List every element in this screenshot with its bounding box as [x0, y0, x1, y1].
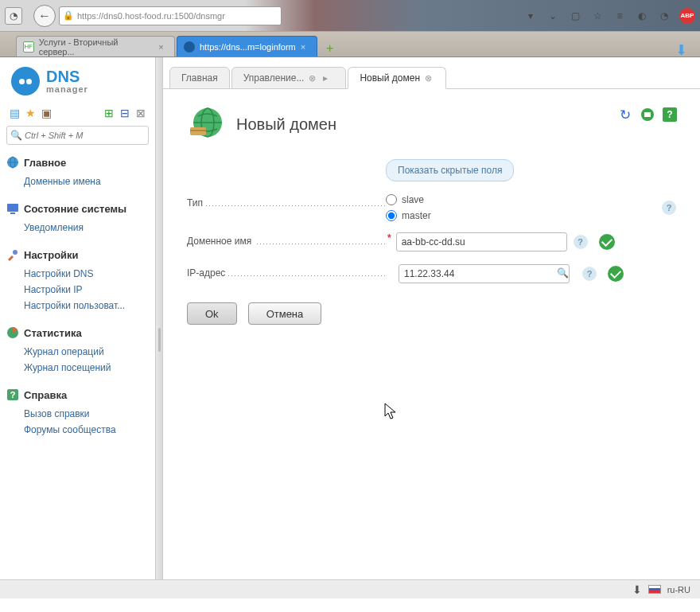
check-icon — [608, 266, 624, 282]
nav-item-callhelp[interactable]: Вызов справки — [6, 406, 149, 422]
app-menu-btn[interactable]: ◔ — [5, 7, 22, 25]
collapse-icon[interactable]: ⊟ — [119, 107, 131, 119]
chat-icon[interactable]: ◔ — [657, 9, 671, 23]
svg-point-6 — [13, 250, 18, 255]
cancel-button[interactable]: Отмена — [248, 302, 322, 325]
crumb-newdomain[interactable]: Новый домен ⊗ — [348, 67, 446, 89]
expand-icon[interactable]: ⊞ — [103, 107, 115, 119]
locale-label: ru-RU — [667, 585, 690, 594]
page-globe-icon — [187, 105, 225, 143]
logo-icon — [11, 67, 40, 96]
nav-system: Состояние системы Уведомления — [6, 202, 149, 236]
label-domain: Доменное имя — [187, 232, 386, 247]
check-icon — [599, 234, 615, 250]
tab-close-icon[interactable]: × — [301, 42, 310, 52]
help-icon[interactable]: ? — [662, 107, 678, 123]
sidebar-search[interactable]: 🔍 — [6, 126, 149, 145]
logo-text: DNS manager — [46, 68, 88, 94]
page-title-row: Новый домен — [187, 105, 676, 143]
refresh-icon[interactable]: ↻ — [617, 107, 633, 123]
nav-item-notifications[interactable]: Уведомления — [6, 220, 149, 236]
search-icon[interactable]: 🔍 — [557, 267, 570, 280]
menu-lines-icon[interactable]: ≡ — [612, 9, 627, 23]
row-type: Тип slave master ? — [187, 194, 676, 221]
nav-item-visitlog[interactable]: Журнал посещений — [6, 360, 149, 376]
help-icon[interactable]: ? — [662, 201, 676, 215]
help-icon[interactable]: ? — [574, 235, 588, 249]
svg-rect-4 — [7, 204, 18, 212]
nav-help: ? Справка Вызов справки Форумы сообществ… — [6, 388, 149, 438]
row-ip: IP-адрес 🔍 ? — [187, 264, 676, 285]
favicon-hostfood: HF — [23, 41, 34, 53]
nav-header-main[interactable]: Главное — [6, 156, 149, 169]
tab-close-icon[interactable]: × — [158, 42, 168, 52]
url-text: https://dns0.host-food.ru:1500/dnsmgr — [77, 11, 225, 21]
ip-input[interactable] — [399, 264, 570, 283]
radio-group-type: slave master — [386, 194, 431, 221]
new-tab-button[interactable]: + — [322, 41, 338, 57]
cursor-icon — [384, 403, 399, 420]
label-type: Тип — [187, 194, 386, 209]
domain-input[interactable] — [396, 232, 567, 251]
url-bar[interactable]: 🔒 https://dns0.host-food.ru:1500/dnsmgr — [59, 6, 282, 25]
search-icon: 🔍 — [10, 130, 22, 141]
sidebar-toolbar: ▤ ★ ▣ ⊞ ⊟ ⊠ — [6, 107, 149, 119]
close-all-icon[interactable]: ⊠ — [134, 107, 147, 119]
logo: DNS manager — [6, 67, 149, 96]
svg-rect-18 — [190, 130, 206, 131]
pocket-icon[interactable]: ⌄ — [546, 9, 560, 23]
close-icon[interactable]: ⊗ — [425, 73, 434, 83]
nav-header-settings[interactable]: Настройки — [6, 248, 149, 261]
bookmark-icon[interactable]: ☆ — [590, 9, 605, 23]
clipboard-icon[interactable]: ▣ — [40, 107, 52, 119]
nav-item-dns-settings[interactable]: Настройки DNS — [6, 266, 149, 282]
nav-main: Главное Доменные имена — [6, 156, 149, 189]
nav-header-stats[interactable]: Статистика — [6, 326, 149, 339]
globe-icon — [6, 156, 19, 169]
nav-header-system[interactable]: Состояние системы — [6, 202, 149, 215]
row-domain: Доменное имя * ? — [187, 232, 676, 253]
show-hidden-fields-button[interactable]: Показать скрытые поля — [386, 159, 514, 181]
flag-ru-icon — [648, 585, 661, 594]
help-icon[interactable]: ? — [582, 267, 597, 281]
adblock-icon[interactable]: ABP — [679, 8, 695, 24]
sidebar-resizer[interactable] — [155, 57, 163, 598]
compass-icon[interactable]: ◐ — [635, 9, 649, 23]
page-content: ↻ ? Новый домен Показать скрытые поля Ти… — [163, 89, 700, 341]
print-icon[interactable] — [640, 107, 655, 123]
nav-item-oplog[interactable]: Журнал операций — [6, 344, 149, 360]
nav-item-forums[interactable]: Форумы сообщества — [6, 422, 149, 438]
browser-tab-1[interactable]: https://dns...m=loginform × — [177, 36, 317, 57]
chevron-right-icon: ▸ — [323, 72, 334, 84]
breadcrumbs: Главная Управление... ⊗ ▸ Новый домен ⊗ — [163, 57, 700, 89]
tab-label: https://dns...m=loginform — [200, 42, 296, 52]
search-input[interactable] — [25, 131, 145, 140]
nav-item-domains[interactable]: Доменные имена — [6, 173, 149, 189]
svg-text:?: ? — [667, 109, 672, 120]
app-root: dns85398 ▾ DNS manager ▤ ★ ▣ ⊞ ⊟ — [0, 57, 700, 598]
ok-button[interactable]: Ok — [187, 302, 237, 325]
close-icon[interactable]: ⊗ — [309, 73, 318, 83]
tab-label: Услуги - Вторичный сервер... — [39, 37, 154, 57]
nav-header-help[interactable]: ? Справка — [6, 388, 149, 401]
page-title: Новый домен — [236, 115, 336, 134]
crumb-manage[interactable]: Управление... ⊗ ▸ — [231, 67, 347, 89]
form-buttons: Ok Отмена — [187, 302, 676, 325]
dropdown-icon[interactable]: ▾ — [523, 9, 538, 23]
crumb-home[interactable]: Главная — [169, 67, 230, 89]
favicon-dns — [184, 41, 195, 53]
shield-icon[interactable]: ▢ — [568, 9, 582, 23]
nav-item-ip-settings[interactable]: Настройки IP — [6, 282, 149, 298]
browser-right-icons: ▾ ⌄ ▢ ☆ ≡ ◐ ◔ ABP — [523, 8, 695, 24]
radio-master[interactable]: master — [386, 210, 431, 221]
nav-item-user-settings[interactable]: Настройки пользоват... — [6, 298, 149, 314]
svg-rect-5 — [10, 212, 15, 214]
download-arrow-icon[interactable]: ⬇ — [675, 41, 687, 59]
browser-tab-0[interactable]: HF Услуги - Вторичный сервер... × — [16, 36, 175, 57]
download-icon[interactable]: ⬇ — [632, 583, 642, 596]
radio-slave[interactable]: slave — [386, 194, 431, 205]
list-icon[interactable]: ▤ — [8, 107, 21, 119]
back-button[interactable]: ← — [33, 5, 56, 27]
star-icon[interactable]: ★ — [24, 107, 37, 119]
monitor-icon — [6, 202, 19, 215]
